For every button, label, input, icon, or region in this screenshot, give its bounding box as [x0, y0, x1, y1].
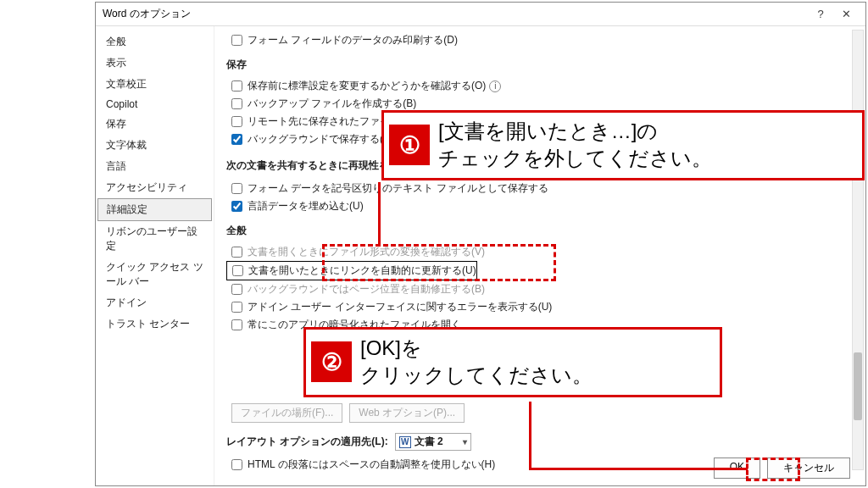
close-icon[interactable]: ✕: [833, 8, 859, 20]
option-confirm-convert[interactable]: 文書を開くときにファイル形式の変換を確認する(V): [226, 243, 854, 261]
sidebar: 全般 表示 文章校正 Copilot 保存 文字体裁 言語 アクセシビリティ 詳…: [96, 26, 214, 485]
label-embed-lang: 言語データを埋め込む(U): [248, 199, 364, 214]
web-options-button[interactable]: Web オプション(P)...: [349, 403, 465, 423]
option-auto-update-links[interactable]: 文書を開いたときにリンクを自動的に更新する(U): [226, 261, 477, 280]
layout-doc-dropdown[interactable]: W 文書 2 ▾: [395, 433, 471, 451]
label-confirm-convert: 文書を開くときにファイル形式の変換を確認する(V): [248, 245, 485, 259]
leader-line-2h: [529, 468, 748, 470]
leader-line-1: [378, 182, 381, 247]
label-save-backup: バックアップ ファイルを作成する(B): [248, 97, 416, 111]
help-icon[interactable]: ?: [808, 8, 833, 20]
label-save-background: バックグラウンドで保存する(A): [248, 132, 393, 147]
checkbox-save-background[interactable]: [231, 134, 242, 145]
label-form-delim: フォーム データを記号区切りのテキスト ファイルとして保存する: [248, 181, 548, 196]
sub-buttons-row: ファイルの場所(F)... Web オプション(P)...: [226, 402, 854, 424]
option-bg-repage[interactable]: バックグラウンドではページ位置を自動修正する(B): [226, 280, 854, 298]
sidebar-item-advanced[interactable]: 詳細設定: [97, 198, 212, 221]
leader-line-2v: [529, 402, 531, 468]
callout-1: ① [文書を開いたとき…]の チェックを外してください。: [381, 110, 865, 180]
label-addin-errors: アドイン ユーザー インターフェイスに関するエラーを表示する(U): [248, 300, 552, 314]
sidebar-item-trust[interactable]: トラスト センター: [97, 313, 212, 335]
callout-2: ② [OK]を クリックしてください。: [303, 327, 722, 397]
word-options-dialog: Word のオプション ? ✕ 全般 表示 文章校正 Copilot 保存 文字…: [95, 2, 866, 486]
word-icon: W: [399, 436, 411, 448]
checkbox-auto-update-links[interactable]: [232, 265, 243, 276]
sidebar-item-copilot[interactable]: Copilot: [97, 95, 212, 114]
option-form-delim[interactable]: フォーム データを記号区切りのテキスト ファイルとして保存する: [226, 180, 854, 197]
checkbox-save-remote[interactable]: [231, 116, 242, 127]
checkbox-form-delim[interactable]: [231, 183, 242, 194]
label-print-form-data: フォーム フィールドのデータのみ印刷する(D): [248, 33, 458, 47]
sidebar-item-accessibility[interactable]: アクセシビリティ: [97, 177, 212, 198]
checkbox-save-backup[interactable]: [231, 98, 242, 109]
option-addin-errors[interactable]: アドイン ユーザー インターフェイスに関するエラーを表示する(U): [226, 298, 854, 316]
sidebar-item-addins[interactable]: アドイン: [97, 292, 212, 313]
sidebar-item-typography[interactable]: 文字体裁: [97, 135, 212, 156]
sidebar-item-ribbon[interactable]: リボンのユーザー設定: [97, 221, 212, 257]
sidebar-item-qat[interactable]: クイック アクセス ツール バー: [97, 257, 212, 292]
layout-doc-value: 文書 2: [415, 435, 443, 449]
scrollbar-thumb[interactable]: [854, 352, 862, 420]
callout-1-badge: ①: [389, 125, 430, 165]
chevron-down-icon: ▾: [458, 437, 467, 446]
section-general: 全般: [226, 224, 854, 238]
section-save: 保存: [226, 58, 854, 72]
scrollbar[interactable]: [852, 30, 864, 470]
label-auto-update-links: 文書を開いたときにリンクを自動的に更新する(U): [248, 263, 476, 278]
dialog-body: 全般 表示 文章校正 Copilot 保存 文字体裁 言語 アクセシビリティ 詳…: [96, 26, 865, 485]
section-layout: レイアウト オプションの適用先(L): W 文書 2 ▾: [226, 433, 854, 451]
checkbox-addin-errors[interactable]: [231, 302, 242, 313]
file-locations-button[interactable]: ファイルの場所(F)...: [231, 403, 342, 423]
option-save-prompt[interactable]: 保存前に標準設定を変更するかどうかを確認する(O) i: [226, 77, 854, 95]
callout-1-text: [文書を開いたとき…]の チェックを外してください。: [435, 113, 724, 178]
sidebar-item-save[interactable]: 保存: [97, 114, 212, 135]
label-save-prompt: 保存前に標準設定を変更するかどうかを確認する(O): [248, 79, 486, 93]
checkbox-embed-lang[interactable]: [231, 201, 242, 212]
checkbox-print-form-data[interactable]: [231, 35, 242, 46]
sidebar-item-general[interactable]: 全般: [97, 31, 212, 53]
label-layout-target: レイアウト オプションの適用先(L):: [226, 435, 388, 449]
checkbox-bg-repage[interactable]: [231, 284, 242, 295]
sidebar-item-language[interactable]: 言語: [97, 156, 212, 177]
checkbox-save-prompt[interactable]: [231, 80, 242, 92]
checkbox-encrypted-files[interactable]: [231, 319, 242, 330]
info-icon[interactable]: i: [489, 80, 501, 92]
sidebar-item-display[interactable]: 表示: [97, 53, 212, 74]
titlebar: Word のオプション ? ✕: [96, 3, 865, 26]
window-title: Word のオプション: [103, 7, 808, 21]
sidebar-item-proofing[interactable]: 文章校正: [97, 74, 212, 95]
option-print-form-data[interactable]: フォーム フィールドのデータのみ印刷する(D): [226, 31, 854, 49]
checkbox-html-spacing[interactable]: [231, 459, 242, 470]
label-html-spacing: HTML の段落にはスペースの自動調整を使用しない(H): [248, 458, 495, 472]
option-embed-lang[interactable]: 言語データを埋め込む(U): [226, 197, 854, 215]
content-pane: フォーム フィールドのデータのみ印刷する(D) 保存 保存前に標準設定を変更する…: [214, 26, 865, 485]
callout-2-badge: ②: [311, 341, 352, 382]
callout-2-text: [OK]を クリックしてください。: [357, 330, 604, 395]
label-bg-repage: バックグラウンドではページ位置を自動修正する(B): [248, 282, 485, 297]
checkbox-confirm-convert[interactable]: [231, 247, 242, 258]
cancel-button[interactable]: キャンセル: [767, 458, 850, 479]
